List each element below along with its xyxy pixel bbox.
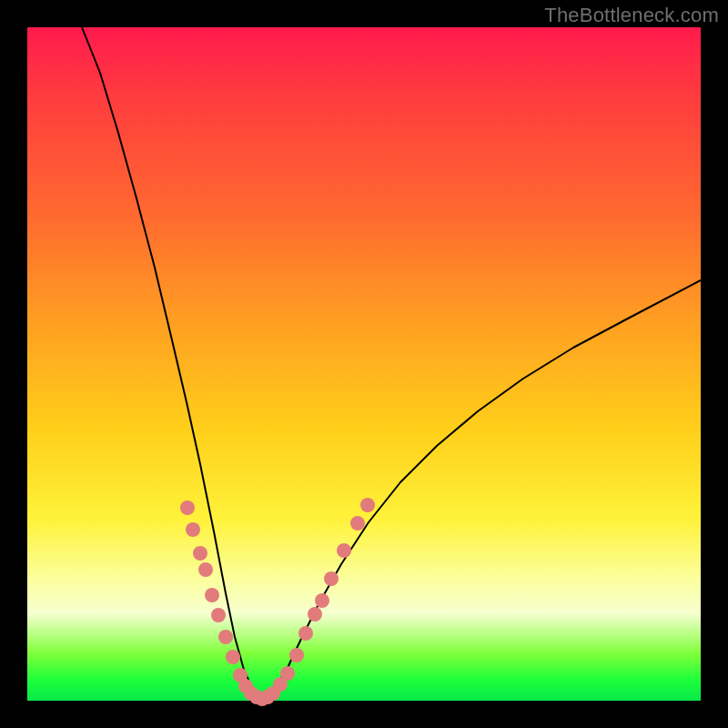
curve-marker-dot: [337, 543, 351, 558]
curve-marker-dot: [205, 588, 219, 602]
curve-marker-dot: [180, 500, 195, 515]
watermark-text: TheBottleneck.com: [544, 4, 719, 27]
bottleneck-curve-path: [82, 27, 701, 697]
curve-marker-dot: [198, 562, 213, 577]
curve-marker-dot: [308, 607, 322, 622]
curve-marker-dot: [350, 516, 365, 531]
curve-marker-dot: [186, 522, 200, 537]
curve-marker-dot: [280, 666, 295, 681]
curve-marker-dot: [289, 648, 304, 662]
curve-marker-dot: [193, 546, 207, 561]
curve-marker-dot: [226, 650, 240, 664]
curve-marker-dot: [324, 571, 339, 586]
curve-marker-dot: [360, 498, 375, 512]
bottleneck-curve: [82, 27, 701, 697]
curve-marker-dot: [315, 593, 329, 608]
curve-marker-dot: [298, 626, 313, 641]
curve-markers: [180, 498, 375, 706]
chart-frame: [27, 27, 701, 701]
curve-marker-dot: [211, 608, 226, 622]
chart-svg: [27, 27, 701, 701]
curve-marker-dot: [218, 630, 233, 644]
